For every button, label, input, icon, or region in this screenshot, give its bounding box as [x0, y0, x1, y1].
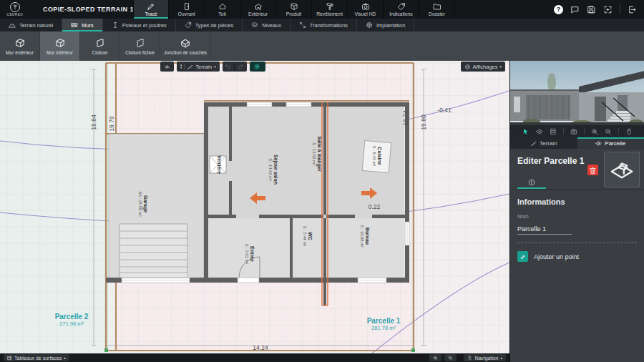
junction-icon [178, 37, 192, 49]
comment-button[interactable] [570, 5, 580, 14]
info-icon [528, 179, 535, 186]
redo-button[interactable] [235, 62, 247, 72]
navigation-dropdown[interactable]: Navigation ▴ [464, 354, 506, 361]
zoom-out-icon[interactable] [605, 128, 612, 135]
panel-tab-parcelle[interactable]: Parcelle [577, 137, 644, 149]
ribbon-tabs: Terrain naturelMursPoteaux et poutresTyp… [0, 19, 644, 31]
cursor-icon[interactable] [522, 128, 530, 135]
add-point-icon [519, 253, 527, 260]
swap-view-button[interactable] [160, 62, 174, 72]
level-icon [187, 64, 193, 70]
panel-tabs: TerrainParcelle [510, 137, 644, 149]
tab-indications[interactable]: Indications [384, 0, 419, 19]
chevron-up-icon: ▴ [64, 356, 66, 360]
zoom-out-icon [448, 356, 453, 361]
wall3d-icon [13, 37, 27, 49]
tool-cloison-fictive[interactable]: Cloison fictive [120, 31, 160, 61]
tab-visuel-hd[interactable]: Visuel HD [348, 0, 384, 19]
level-selector[interactable]: ▴▾ Terrain ▾ [177, 62, 220, 72]
chevron-up-icon: ▴ [500, 356, 502, 360]
tab-revetement[interactable]: Revêtement [312, 0, 348, 19]
tool-cloison[interactable]: Cloison [80, 31, 120, 61]
ribbon-tab-types-de-pieces[interactable]: Types de pièces [176, 19, 243, 31]
trash-icon [589, 167, 597, 175]
parcel-3d-icon [610, 157, 634, 182]
kitchen-island [362, 141, 391, 173]
column-icon [112, 21, 119, 29]
folder-icon [433, 2, 441, 11]
undo-icon [225, 64, 231, 70]
save-button[interactable] [587, 5, 596, 14]
affichages-label: Affichages [473, 64, 498, 70]
floor-plan-drawing [0, 61, 509, 353]
ribbon-tab-poteaux-et-poutres[interactable]: Poteaux et poutres [103, 19, 176, 31]
stairs [119, 224, 187, 278]
center-button[interactable] [603, 5, 613, 14]
help-button[interactable]: ? [554, 5, 563, 14]
ribbon-tab-transformations[interactable]: Transformations [291, 19, 357, 31]
tag-icon [397, 2, 406, 11]
level-stepper[interactable]: ▴▾ [180, 64, 182, 70]
main-menu-tabs: TracéOuvrantToitExtérieurProduitRevêteme… [133, 0, 455, 19]
zoom-out-button[interactable] [444, 354, 457, 361]
section-informations: Informations [517, 197, 637, 206]
undo-button[interactable] [223, 62, 235, 72]
zoom-in-icon[interactable] [591, 128, 598, 135]
ribbon-tab-murs[interactable]: Murs [62, 19, 102, 31]
affichages-dropdown[interactable]: Affichages ▾ [461, 62, 505, 72]
tab-dossier[interactable]: Dossier [419, 0, 455, 19]
camera-icon[interactable] [570, 128, 577, 135]
building-icon[interactable] [550, 128, 557, 135]
ribbon-tab-implantation[interactable]: Implantation [357, 19, 414, 31]
add-point-button[interactable]: Ajouter un point [517, 251, 579, 262]
3d-preview[interactable] [510, 61, 644, 125]
redo-icon [238, 64, 244, 70]
exterior-icon [254, 2, 263, 11]
zoom-in-icon [433, 356, 438, 361]
canvas-toolbar: ▴▾ Terrain ▾ [160, 62, 265, 72]
tab-informations[interactable] [517, 177, 546, 189]
ribbon-tab-niveaux[interactable]: Niveaux [243, 19, 291, 31]
floor-plan-canvas[interactable]: GarageSA : 25.58 m²Séjour salonS : 14.62… [0, 61, 509, 353]
document-title: COPIE-SLOPED TERRAIN 10 [43, 6, 137, 13]
chevron-down-icon: ▾ [499, 64, 502, 69]
door-icon [182, 2, 191, 11]
tab-ouvrant[interactable]: Ouvrant [169, 0, 205, 19]
parcel-name-input[interactable] [517, 225, 572, 235]
tag-icon [185, 21, 192, 29]
application-window: CEDREO COPIE-SLOPED TERRAIN 10 TracéOuvr… [0, 0, 644, 362]
3d-preview-render [510, 61, 644, 125]
parcel-editor: Editer Parcelle 1 Informations Nom Ajout… [510, 149, 644, 362]
top-menu-bar: CEDREO COPIE-SLOPED TERRAIN 10 TracéOuvr… [0, 0, 644, 19]
mouse-icon[interactable] [625, 128, 633, 135]
level-value: Terrain [195, 64, 212, 70]
surfaces-label: Tableaux de surfaces [14, 356, 62, 361]
tab-produit[interactable]: Produit [276, 0, 312, 19]
target-mode-button[interactable] [250, 62, 265, 72]
3d-view-toolbar [510, 125, 644, 137]
stairs-icon [530, 140, 537, 147]
tab-trace[interactable]: Tracé [133, 0, 169, 19]
eye-icon[interactable] [536, 128, 543, 135]
tab-exterieur[interactable]: Extérieur [240, 0, 276, 19]
parcel-type-tile[interactable] [604, 152, 640, 187]
ribbon-tab-terrain-naturel[interactable]: Terrain naturel [0, 19, 62, 31]
window-action-icons: ? [554, 4, 644, 14]
logo-text: CEDREO [7, 13, 24, 16]
delete-parcel-button[interactable] [587, 165, 598, 175]
transform-icon [299, 21, 306, 29]
swap-icon [164, 64, 170, 70]
pencil-icon [147, 2, 155, 11]
tool-jonction-de-couches[interactable]: Jonction de couches [160, 31, 211, 61]
tool-mur-interieur[interactable]: Mur intérieur [40, 31, 80, 61]
surfaces-table-button[interactable]: Tableaux de surfaces ▴ [4, 354, 69, 361]
panel-icon [93, 37, 107, 49]
panel-tab-terrain[interactable]: Terrain [510, 137, 577, 149]
zoom-in-button[interactable] [429, 354, 441, 361]
tab-toit[interactable]: Toit [205, 0, 240, 19]
exit-button[interactable] [628, 5, 637, 14]
roof-icon [218, 2, 227, 11]
tool-mur-exterieur[interactable]: Mur extérieur [0, 31, 40, 61]
eye-icon [595, 140, 602, 147]
product-icon [290, 2, 298, 11]
